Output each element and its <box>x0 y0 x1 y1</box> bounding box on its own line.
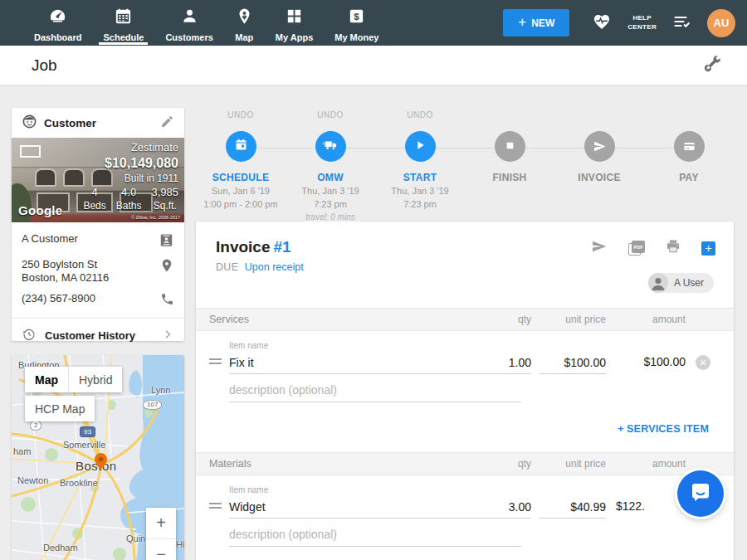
map-label-waltham: ham <box>13 446 31 456</box>
service-unit-price-input[interactable] <box>540 353 606 374</box>
nav-item-schedule[interactable]: Schedule <box>92 0 154 46</box>
timeline-step-pay: PAY <box>644 110 734 223</box>
apps-grid-icon <box>285 7 304 29</box>
new-button[interactable]: + NEW <box>503 9 569 37</box>
contact-card-icon[interactable] <box>159 232 174 251</box>
material-unit-price-input[interactable] <box>540 498 606 519</box>
street-view-icon[interactable] <box>20 145 41 158</box>
material-line-item: Item name $122. <box>196 475 734 519</box>
map-type-hybrid-button[interactable]: Hybrid <box>68 367 122 392</box>
remove-item-icon[interactable]: ✕ <box>696 355 710 370</box>
due-terms-link[interactable]: Upon receipt <box>245 261 304 273</box>
material-item-name-input[interactable] <box>229 498 476 519</box>
baths-value: 4.0 <box>116 186 142 200</box>
top-nav: Dashboard Schedule Customers Map My Apps… <box>0 0 747 46</box>
add-services-item-link[interactable]: + SERVICES ITEM <box>618 423 709 435</box>
undo-link[interactable]: UNDO <box>407 110 432 124</box>
assignee-avatar-icon <box>648 273 668 293</box>
chevron-right-icon <box>161 328 174 344</box>
zoom-in-button[interactable]: + <box>146 508 176 538</box>
play-icon <box>413 139 427 155</box>
schedule-step-button[interactable] <box>226 131 256 162</box>
page-header: Job <box>0 46 747 85</box>
help-center-button[interactable]: HELP CENTER <box>627 14 657 32</box>
material-description-input[interactable] <box>229 525 521 547</box>
due-label: DUE <box>216 261 238 273</box>
customer-name[interactable]: A Customer <box>22 232 78 246</box>
customer-phone[interactable]: (234) 567-8900 <box>22 292 95 305</box>
nav-label: Customers <box>165 32 212 42</box>
send-invoice-icon[interactable] <box>590 238 608 258</box>
section-name: Materials <box>209 458 476 470</box>
timeline-step-invoice: INVOICE <box>554 110 644 223</box>
step-label: START <box>403 172 437 183</box>
customer-history-button[interactable]: Customer History <box>12 319 184 353</box>
customer-address[interactable]: 250 Boylston St Boston, MA 02116 <box>22 258 109 285</box>
invoice-number[interactable]: #1 <box>273 238 290 256</box>
task-list-icon[interactable] <box>671 12 692 35</box>
map-label-lynn: Lynn <box>151 385 170 395</box>
page-title: Job <box>32 56 57 75</box>
phone-icon[interactable] <box>160 292 174 309</box>
zestimate-value: $10,149,080 <box>83 155 178 173</box>
material-qty-input[interactable] <box>476 498 531 519</box>
services-section-header: Services qty unit price amount <box>196 308 734 331</box>
qty-column-header: qty <box>476 458 531 470</box>
service-description-input[interactable] <box>229 381 521 402</box>
beds-label: Beds <box>83 200 105 213</box>
finish-step-button[interactable] <box>495 131 525 162</box>
invoice-title-text: Invoice <box>216 238 270 256</box>
nav-item-customers[interactable]: Customers <box>154 0 223 46</box>
route-107-shield: 107 <box>143 400 162 410</box>
nav-item-my-apps[interactable]: My Apps <box>265 0 324 46</box>
nav-label: My Apps <box>276 32 313 42</box>
heart-pulse-icon[interactable] <box>591 12 613 35</box>
timeline-step-start: UNDO START Thu, Jan 3 '19 7:23 pm <box>375 110 465 223</box>
nav-label: Map <box>235 32 253 42</box>
stop-icon <box>505 139 515 154</box>
undo-link[interactable]: UNDO <box>227 110 253 124</box>
user-avatar[interactable]: AU <box>707 9 735 37</box>
map-type-buttons: Map Hybrid <box>25 367 122 392</box>
zoom-out-button[interactable]: − <box>146 538 176 560</box>
chat-bubble-button[interactable] <box>677 470 724 517</box>
drag-handle-icon[interactable] <box>209 356 229 374</box>
omw-step-button[interactable] <box>315 131 346 162</box>
plus-icon: + <box>518 15 526 29</box>
app-window: Dashboard Schedule Customers Map My Apps… <box>0 0 747 560</box>
print-icon[interactable] <box>665 238 681 258</box>
nav-item-my-money[interactable]: $ My Money <box>324 0 389 46</box>
materials-section-header: Materials qty unit price amount <box>196 452 734 475</box>
send-icon[interactable] <box>584 131 615 162</box>
credit-card-icon[interactable] <box>674 131 705 162</box>
google-logo: Google <box>18 203 62 217</box>
nav-item-map[interactable]: Map <box>224 0 265 46</box>
service-line-item: Item name $100.00 ✕ <box>196 331 734 374</box>
pdf-icon-label: PDF <box>632 241 645 253</box>
assignee-chip[interactable]: A User <box>648 273 714 293</box>
dashboard-icon <box>48 7 67 29</box>
nav-item-dashboard[interactable]: Dashboard <box>23 0 92 46</box>
step-label: PAY <box>679 172 699 183</box>
service-qty-input[interactable] <box>476 353 531 374</box>
property-photo: Zestimate $10,149,080 Built in 1911 4Bed… <box>12 138 184 222</box>
location-pin-icon[interactable] <box>159 258 174 276</box>
undo-link[interactable]: UNDO <box>317 110 343 124</box>
hcp-map-button[interactable]: HCP Map <box>25 396 95 421</box>
drag-handle-icon[interactable] <box>209 500 229 519</box>
pdf-icon[interactable]: PDF <box>628 241 645 256</box>
service-item-name-input[interactable] <box>229 353 476 374</box>
amount-column-header: amount <box>614 314 686 325</box>
service-amount: $100.00 <box>614 355 686 374</box>
edit-pencil-icon[interactable] <box>160 114 174 132</box>
person-icon <box>180 7 199 29</box>
job-tools-icon[interactable] <box>702 54 722 77</box>
job-location-pin[interactable] <box>95 453 107 473</box>
nav-right: + NEW HELP CENTER AU <box>503 0 747 46</box>
step-date: Thu, Jan 3 '19 <box>391 185 448 198</box>
add-invoice-icon[interactable]: + <box>701 241 715 256</box>
map-widget[interactable]: Burlington Lynn Somerville Boston ham Ne… <box>12 355 184 560</box>
nav-label: My Money <box>334 32 378 42</box>
start-step-button[interactable] <box>405 131 436 162</box>
map-type-map-button[interactable]: Map <box>25 367 68 392</box>
